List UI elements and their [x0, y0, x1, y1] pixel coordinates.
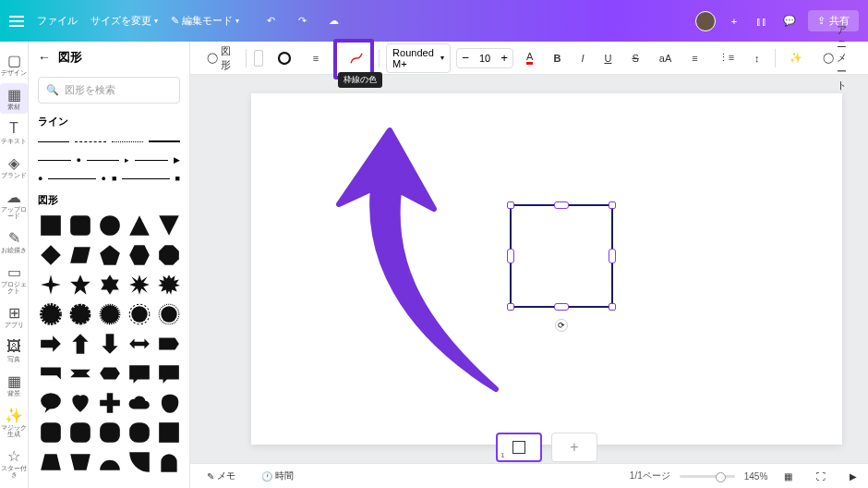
font-select[interactable]: Rounded M+▾: [386, 43, 451, 73]
rail-brand[interactable]: ◈ブランド: [0, 152, 28, 182]
shape-speech-round[interactable]: [156, 360, 182, 386]
shape-ribbon[interactable]: [67, 360, 93, 386]
add-page-button[interactable]: +: [551, 433, 597, 462]
underline-button[interactable]: U: [597, 49, 619, 67]
shape-6star[interactable]: [97, 272, 123, 298]
shape-plus[interactable]: [97, 390, 123, 416]
border-style-button[interactable]: ≡: [306, 49, 326, 67]
fullscreen-icon[interactable]: ⛶: [809, 468, 833, 485]
duration-button[interactable]: 🕐時間: [254, 466, 301, 486]
line-connector-row[interactable]: ●● ■■: [38, 171, 180, 186]
list-button[interactable]: ⋮≡: [711, 48, 741, 67]
shape-octagon[interactable]: [156, 242, 182, 268]
rail-apps[interactable]: ⊞アプリ: [0, 301, 28, 332]
rail-magic[interactable]: ✨マジック生成: [0, 404, 28, 441]
line-style-row[interactable]: [38, 134, 180, 149]
shape-halfcircle[interactable]: [97, 449, 123, 475]
shape-4star[interactable]: [38, 272, 64, 298]
italic-button[interactable]: I: [573, 49, 591, 67]
resize-handle-s[interactable]: [554, 303, 569, 311]
size-increase[interactable]: +: [496, 49, 512, 67]
resize-handle-se[interactable]: [609, 303, 616, 311]
comment-icon[interactable]: 💬: [780, 12, 799, 30]
shape-arrow-biarrow[interactable]: [127, 331, 152, 357]
shape-8star[interactable]: [127, 272, 152, 298]
line-arrow-row[interactable]: ● ▸ ▶: [38, 152, 180, 167]
shape-burst4[interactable]: [127, 301, 152, 327]
shape-trap2[interactable]: [67, 449, 93, 475]
shape-parallelogram[interactable]: [67, 242, 93, 268]
shape-rsquare5[interactable]: [127, 420, 152, 445]
grid-view-icon[interactable]: ▦: [777, 468, 800, 485]
shape-speech-square[interactable]: [127, 360, 152, 386]
line-curve-button[interactable]: [342, 47, 371, 69]
file-menu[interactable]: ファイル: [37, 14, 78, 28]
shape-trap1[interactable]: [38, 449, 64, 475]
rail-starred[interactable]: ☆スター付き: [0, 445, 28, 482]
rail-upload[interactable]: ☁アップロード: [0, 186, 28, 223]
shape-blob[interactable]: [156, 390, 182, 416]
effects-button[interactable]: ✨: [782, 48, 810, 67]
shape-arrow-up[interactable]: [67, 331, 93, 357]
avatar[interactable]: [695, 11, 716, 31]
canvas-page[interactable]: ⟳: [251, 93, 842, 445]
shape-hexagon2[interactable]: [97, 360, 123, 386]
shape-arch[interactable]: [156, 449, 182, 475]
rail-photo[interactable]: 🖼写真: [0, 336, 28, 366]
shape-cloud[interactable]: [127, 390, 152, 416]
rail-project[interactable]: ▭プロジェクト: [0, 261, 28, 298]
page-thumb-1[interactable]: 1: [496, 433, 542, 462]
selected-shape[interactable]: ⟳: [510, 204, 613, 308]
shape-quartercircle[interactable]: [127, 449, 152, 475]
font-size-control[interactable]: − 10 +: [456, 48, 513, 68]
shape-rsquare2[interactable]: [38, 420, 64, 445]
resize-handle-w[interactable]: [507, 249, 514, 263]
shape-arrow-right[interactable]: [38, 331, 64, 357]
shape-diamond[interactable]: [38, 242, 64, 268]
shape-dropdown[interactable]: ◯図形: [199, 41, 238, 76]
resize-handle-e[interactable]: [609, 249, 616, 263]
shape-square2[interactable]: [156, 420, 182, 445]
undo-icon[interactable]: ↶: [261, 12, 280, 30]
analytics-icon[interactable]: ⫿⫿: [753, 12, 771, 30]
shape-pentagon[interactable]: [97, 242, 123, 268]
shape-spiky[interactable]: [156, 272, 182, 298]
rail-bg[interactable]: ▦背景: [0, 370, 28, 400]
shape-burst3[interactable]: [97, 301, 123, 327]
back-icon[interactable]: ←: [38, 50, 51, 65]
resize-handle-ne[interactable]: [609, 201, 616, 209]
shape-circle[interactable]: [97, 213, 123, 238]
shape-triangle[interactable]: [127, 213, 152, 238]
present-icon[interactable]: ▶: [842, 468, 864, 485]
spacing-button[interactable]: ↕: [747, 49, 767, 67]
bold-button[interactable]: B: [546, 49, 568, 67]
rail-design[interactable]: ▢デザイン: [0, 49, 28, 79]
resize-handle-n[interactable]: [554, 201, 569, 209]
notes-button[interactable]: ✎メモ: [199, 466, 243, 486]
size-decrease[interactable]: −: [457, 49, 474, 67]
shape-rounded-square[interactable]: [67, 213, 93, 238]
search-input[interactable]: 🔍 図形を検索: [38, 77, 180, 104]
shape-square[interactable]: [38, 213, 64, 238]
shape-hexagon[interactable]: [127, 242, 152, 268]
redo-icon[interactable]: ↷: [293, 12, 311, 30]
zoom-slider[interactable]: [680, 475, 735, 478]
rail-text[interactable]: Tテキスト: [0, 117, 28, 148]
rotate-handle[interactable]: ⟳: [555, 319, 568, 332]
resize-handle-sw[interactable]: [507, 303, 514, 311]
shape-burst2[interactable]: [67, 301, 93, 327]
rail-elements[interactable]: ▦素材: [0, 83, 28, 114]
edit-mode-menu[interactable]: ✎編集モード▾: [171, 14, 239, 28]
resize-menu[interactable]: サイズを変更▾: [90, 14, 158, 28]
rail-draw[interactable]: ✎お絵描き: [0, 226, 28, 257]
border-color-button[interactable]: [269, 46, 300, 70]
align-button[interactable]: ≡: [684, 49, 705, 67]
shape-banner[interactable]: [38, 360, 64, 386]
shape-burst1[interactable]: [38, 301, 64, 327]
shape-rsquare3[interactable]: [67, 420, 93, 445]
case-button[interactable]: aA: [652, 49, 679, 67]
fill-color-button[interactable]: [254, 50, 263, 67]
menu-icon[interactable]: [9, 16, 24, 27]
text-color-button[interactable]: A: [519, 47, 540, 68]
shape-burst5[interactable]: [156, 301, 182, 327]
